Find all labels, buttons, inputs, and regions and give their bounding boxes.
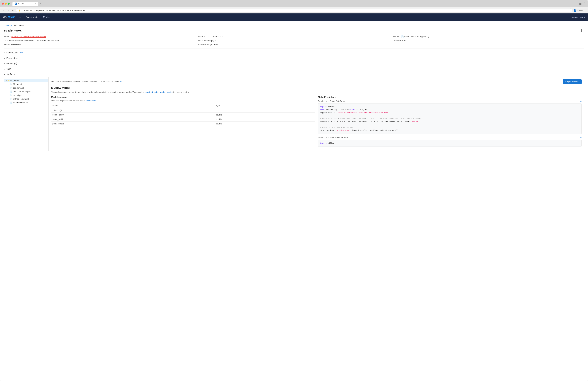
fullscreen-dot[interactable] bbox=[8, 3, 10, 5]
collapse-inputs-icon[interactable]: − bbox=[52, 109, 54, 112]
tree-item-requirements[interactable]: 📄 requirements.txt bbox=[8, 101, 48, 104]
more-menu-button[interactable]: ⋮ bbox=[579, 28, 584, 33]
tree-item-conda[interactable]: 📄 conda.yaml bbox=[8, 86, 48, 90]
minimize-dot[interactable] bbox=[5, 3, 7, 5]
predictions-section: Make Predictions Predict on a Spark Data… bbox=[318, 96, 582, 149]
predictions-title: Make Predictions bbox=[318, 96, 582, 98]
artifacts-section-header[interactable]: ▼ Artifacts bbox=[4, 72, 584, 77]
metrics-label: Metrics (2) bbox=[6, 62, 17, 65]
nav-models[interactable]: Models bbox=[41, 13, 53, 21]
source-value: save_model_to_registry.py bbox=[404, 35, 429, 38]
copy-spark-code-icon[interactable]: ⧉ bbox=[580, 100, 582, 102]
schema-desc: Input and output schema for your model. … bbox=[51, 100, 315, 102]
nav-experiments[interactable]: Experiments bbox=[23, 13, 41, 21]
schema-table: Name Type − Inputs (4) bbox=[51, 104, 315, 126]
breadcrumb-current: scaler+svc bbox=[14, 24, 24, 27]
tree-item-input-example[interactable]: 📄 input_example.json bbox=[8, 90, 48, 93]
table-row: sepal_length double bbox=[51, 112, 315, 117]
input-type-0: double bbox=[215, 112, 315, 117]
more-options-icon[interactable]: ⋮ bbox=[584, 9, 586, 12]
col-name-header: Name bbox=[51, 104, 215, 108]
logo-ml: ml bbox=[3, 15, 7, 19]
user-item: User: kimdonghyun bbox=[198, 39, 390, 42]
profile-name: 게스트 bbox=[577, 9, 583, 12]
file-icon-model-pkl: 📄 bbox=[10, 94, 12, 96]
tags-label: Tags bbox=[6, 68, 11, 70]
description-section-header[interactable]: ▶ Description Edit bbox=[4, 50, 584, 55]
status-item: Status: FINISHED bbox=[4, 43, 195, 46]
docs-link[interactable]: Docs bbox=[580, 16, 585, 19]
parameters-section: ▶ Parameters bbox=[4, 55, 584, 61]
tags-section: ▶ Tags bbox=[4, 66, 584, 71]
file-icon-conda: 📄 bbox=[10, 87, 12, 89]
copy-pandas-code-icon[interactable]: ⧉ bbox=[580, 136, 582, 138]
app-logo: mlflow 1.30.0 bbox=[3, 15, 21, 19]
new-tab-button[interactable]: + bbox=[39, 2, 42, 5]
tree-item-sk-model[interactable]: ▾ 📁 sk_model bbox=[4, 79, 48, 82]
description-edit-button[interactable]: Edit bbox=[20, 51, 23, 54]
inputs-header-label: Inputs (4) bbox=[54, 109, 63, 112]
model-content: Model schema Input and output schema for… bbox=[51, 96, 582, 149]
parameters-section-header[interactable]: ▶ Parameters bbox=[4, 55, 584, 61]
inputs-header-row: − Inputs (4) bbox=[51, 108, 315, 112]
window-control-menu[interactable]: ⊞ bbox=[579, 2, 582, 5]
run-id-value[interactable]: e1d3d07f042547fab7c90f9df8009283 bbox=[12, 35, 46, 38]
registry-link[interactable]: register it to the model registry bbox=[145, 91, 173, 93]
window-control-more[interactable]: ⋮ bbox=[583, 2, 586, 5]
file-icon-python-env: 📄 bbox=[10, 98, 12, 100]
schema-learn-more-link[interactable]: Learn more bbox=[86, 100, 96, 102]
date-item: Date: 2022-11-29 16:22:09 bbox=[198, 35, 390, 38]
table-row: petal_length double bbox=[51, 122, 315, 126]
forward-button[interactable]: → bbox=[7, 8, 10, 12]
input-name-1: sepal_width bbox=[51, 117, 215, 122]
spark-predict-label: Predict on a Spark DataFrame: ⧉ bbox=[318, 100, 582, 102]
tab-favicon: M bbox=[15, 2, 17, 5]
profile-icon[interactable]: 👤 bbox=[573, 9, 576, 12]
back-button[interactable]: ← bbox=[2, 8, 5, 12]
refresh-button[interactable]: ↻ bbox=[12, 8, 15, 12]
input-type-2: double bbox=[215, 122, 315, 126]
tree-item-model-pkl[interactable]: 📄 model.pkl bbox=[8, 93, 48, 97]
tags-chevron: ▶ bbox=[4, 68, 5, 70]
tab-close-button[interactable]: ✕ bbox=[35, 3, 36, 5]
git-commit-item: Git Commit: 9f3a622c25ffe64211772bd336bf… bbox=[4, 39, 195, 42]
user-value: kimdonghyun bbox=[204, 39, 216, 42]
full-path-label: Full Path: bbox=[51, 81, 59, 83]
register-model-button[interactable]: Register Model bbox=[563, 79, 582, 84]
git-commit-value: 9f3a622c25ffe64211772bd336bf830de9a4a7a8 bbox=[15, 39, 59, 42]
browser-tab[interactable]: M MLflow ✕ bbox=[12, 1, 38, 6]
duration-value: 1.6s bbox=[402, 39, 406, 42]
tab-title: MLflow bbox=[18, 2, 24, 5]
artifacts-label: Artifacts bbox=[7, 73, 15, 76]
lifecycle-value: active bbox=[214, 43, 219, 46]
main-nav: Experiments Models bbox=[23, 13, 53, 21]
pandas-code-block: import mlflow bbox=[318, 140, 582, 147]
copy-path-icon[interactable]: ⧉ bbox=[120, 81, 122, 83]
file-icon-input-example: 📄 bbox=[10, 90, 12, 93]
model-description: The code snippets below demonstrate how … bbox=[51, 91, 582, 93]
status-value: FINISHED bbox=[11, 43, 21, 46]
description-section: ▶ Description Edit bbox=[4, 50, 584, 55]
tree-children: 📄 MLmodel 📄 conda.yaml 📄 input_example.j… bbox=[4, 82, 48, 104]
tree-item-python-env[interactable]: 📄 python_env.yaml bbox=[8, 97, 48, 101]
tree-item-mlmodel[interactable]: 📄 MLmodel bbox=[8, 82, 48, 86]
github-link[interactable]: GitHub bbox=[571, 16, 577, 19]
page-title-row: scaler+svc ⋮ bbox=[4, 28, 584, 33]
metrics-section-header[interactable]: ▶ Metrics (2) bbox=[4, 61, 584, 66]
close-dot[interactable] bbox=[2, 3, 4, 5]
date-value: 2022-11-29 16:22:09 bbox=[204, 35, 223, 38]
tags-section-header[interactable]: ▶ Tags bbox=[4, 66, 584, 71]
run-meta: Run ID: e1d3d07f042547fab7c90f9df8009283… bbox=[4, 35, 584, 46]
lock-icon: 🔒 bbox=[18, 9, 21, 12]
breadcrumb-new-exp[interactable]: new-exp bbox=[4, 24, 12, 27]
url-text: localhost:5000/#/experiments/1/runs/e1d3… bbox=[21, 9, 85, 12]
svg-text:M: M bbox=[15, 3, 16, 4]
file-icon-requirements: 📄 bbox=[10, 102, 12, 104]
main-content: new-exp › scaler+svc scaler+svc ⋮ Run ID… bbox=[0, 21, 588, 381]
breadcrumb: new-exp › scaler+svc bbox=[4, 24, 584, 27]
artifacts-tree: ▾ 📁 sk_model 📄 MLmodel 📄 conda.yam bbox=[4, 77, 49, 151]
address-bar[interactable]: 🔒 localhost:5000/#/experiments/1/runs/e1… bbox=[16, 8, 572, 12]
metrics-chevron: ▶ bbox=[4, 63, 5, 65]
run-id-item: Run ID: e1d3d07f042547fab7c90f9df8009283 bbox=[4, 35, 195, 38]
artifacts-section: ▼ Artifacts ▾ 📁 sk_model 📄 bbox=[4, 72, 584, 151]
